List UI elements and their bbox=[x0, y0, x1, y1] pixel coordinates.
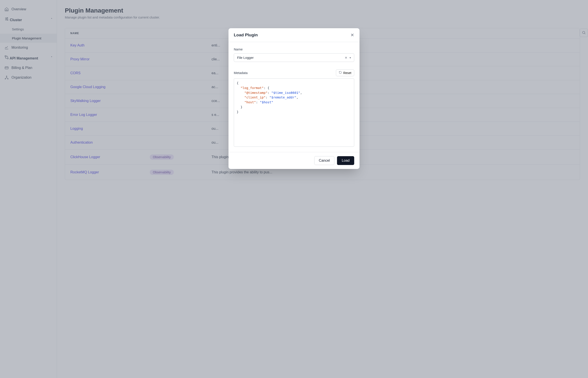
close-icon[interactable]: ✕ bbox=[350, 33, 354, 37]
load-button[interactable]: Load bbox=[337, 156, 354, 165]
metadata-field-label: Metadata bbox=[234, 71, 248, 75]
clear-icon[interactable]: ✕ bbox=[345, 56, 347, 59]
name-field-label: Name bbox=[234, 47, 354, 51]
chevron-down-icon[interactable]: ▾ bbox=[350, 56, 351, 59]
reset-label: Reset bbox=[343, 71, 351, 75]
reset-button[interactable]: Reset bbox=[336, 69, 354, 76]
select-value: File Logger bbox=[237, 56, 254, 59]
modal-title: Load Plugin bbox=[234, 33, 258, 38]
cancel-button[interactable]: Cancel bbox=[314, 156, 335, 165]
refresh-icon bbox=[339, 71, 342, 75]
modal-overlay[interactable]: Load Plugin ✕ Name File Logger ✕ ▾ Metad… bbox=[0, 0, 588, 378]
metadata-editor[interactable]: { "log_format": { "@timestamp": "$time_i… bbox=[234, 78, 354, 147]
plugin-name-select[interactable]: File Logger ✕ ▾ bbox=[234, 53, 354, 62]
load-plugin-modal: Load Plugin ✕ Name File Logger ✕ ▾ Metad… bbox=[229, 28, 359, 169]
